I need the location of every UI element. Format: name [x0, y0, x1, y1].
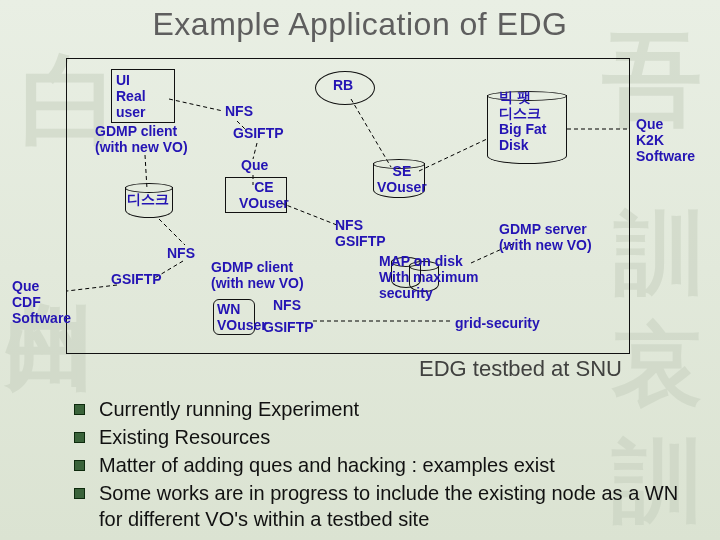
svg-line-13	[67, 285, 117, 291]
nfs-gsiftp-center-label: NFS GSIFTP	[335, 217, 386, 249]
svg-line-8	[351, 99, 391, 167]
gsiftp-label: GSIFTP	[233, 125, 284, 141]
que-cdf-label: Que CDF Software	[12, 278, 71, 326]
map-block-label: MAP on disk With maximum security	[379, 253, 478, 301]
list-item: Currently running Experiment	[74, 396, 700, 422]
slide-root: 白 吾 訓 哀 訓 白州 Example Application of EDG	[0, 0, 720, 540]
list-item: Existing Resources	[74, 424, 700, 450]
wn-vouser-label: WN VOuser	[217, 301, 267, 333]
svg-line-0	[169, 99, 223, 111]
bullet-icon	[74, 488, 85, 499]
que-label: Que	[241, 157, 268, 173]
ui-line1: UI	[116, 72, 170, 88]
nfs-lower-label: NFS	[167, 245, 195, 261]
bullet-text: Currently running Experiment	[99, 396, 700, 422]
grid-security-label: grid-security	[455, 315, 540, 331]
diagram-frame: UI Real user GDMP client (with new VO) N…	[66, 58, 630, 354]
ui-line3: user	[116, 104, 170, 120]
svg-line-9	[419, 139, 487, 171]
bullet-text: Some works are in progress to include th…	[99, 480, 700, 532]
ce-vouser-label: CE VOuser	[239, 179, 289, 211]
nfs-label: NFS	[225, 103, 253, 119]
ui-box: UI Real user	[111, 69, 175, 123]
bullet-list: Currently running Experiment Existing Re…	[74, 396, 700, 534]
big-disk-label: 빅 팻 디스크 Big Fat Disk	[499, 89, 546, 153]
nfs-wn-label: NFS	[273, 297, 301, 313]
rb-label: RB	[333, 77, 353, 93]
svg-line-5	[159, 219, 185, 245]
gdmp-server-label: GDMP server (with new VO)	[499, 221, 592, 253]
que-k2k-label: Que K2K Software	[636, 116, 695, 164]
bullet-text: Matter of adding ques and hacking : exam…	[99, 452, 700, 478]
bullet-text: Existing Resources	[99, 424, 700, 450]
list-item: Some works are in progress to include th…	[74, 480, 700, 532]
bullet-icon	[74, 404, 85, 415]
gdmp-client-label: GDMP client (with new VO)	[95, 123, 188, 155]
slide-title: Example Application of EDG	[0, 6, 720, 43]
bullet-icon	[74, 460, 85, 471]
list-item: Matter of adding ques and hacking : exam…	[74, 452, 700, 478]
diagram-caption: EDG testbed at SNU	[66, 356, 628, 382]
gsiftp-lower-label: GSIFTP	[111, 271, 162, 287]
gdmp-client2-label: GDMP client (with new VO)	[211, 259, 304, 291]
disk-kor-label: 디스크	[127, 191, 169, 207]
bullet-icon	[74, 432, 85, 443]
ui-line2: Real	[116, 88, 170, 104]
se-vouser-label: SE VOuser	[377, 163, 427, 195]
gsiftp-wn-label: GSIFTP	[263, 319, 314, 335]
